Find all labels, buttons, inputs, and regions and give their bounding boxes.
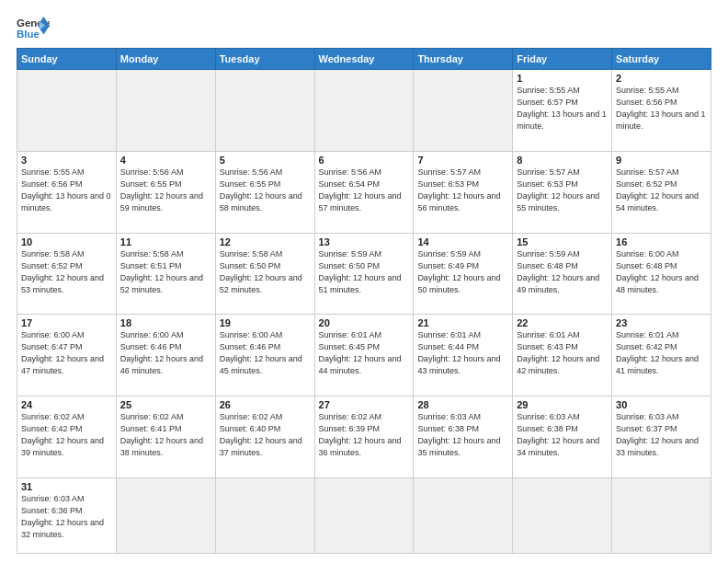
calendar-cell — [116, 477, 215, 553]
day-number: 28 — [417, 399, 508, 410]
calendar-cell: 13Sunrise: 5:59 AM Sunset: 6:50 PM Dayli… — [314, 233, 414, 315]
day-info: Sunrise: 6:00 AM Sunset: 6:46 PM Dayligh… — [120, 329, 211, 377]
calendar-cell: 4Sunrise: 5:56 AM Sunset: 6:55 PM Daylig… — [116, 151, 215, 233]
day-info: Sunrise: 6:01 AM Sunset: 6:42 PM Dayligh… — [616, 329, 707, 377]
day-number: 14 — [417, 236, 508, 247]
day-info: Sunrise: 6:03 AM Sunset: 6:38 PM Dayligh… — [517, 411, 608, 459]
day-number: 4 — [120, 155, 211, 166]
calendar-header-wednesday: Wednesday — [314, 49, 414, 70]
calendar-cell: 18Sunrise: 6:00 AM Sunset: 6:46 PM Dayli… — [116, 315, 215, 396]
day-number: 15 — [517, 236, 608, 247]
calendar-cell: 6Sunrise: 5:56 AM Sunset: 6:54 PM Daylig… — [314, 151, 414, 233]
calendar-cell: 1Sunrise: 5:55 AM Sunset: 6:57 PM Daylig… — [513, 70, 612, 152]
day-info: Sunrise: 5:59 AM Sunset: 6:49 PM Dayligh… — [417, 248, 508, 296]
day-info: Sunrise: 5:55 AM Sunset: 6:56 PM Dayligh… — [21, 167, 112, 214]
day-number: 24 — [21, 399, 112, 410]
calendar-cell: 25Sunrise: 6:02 AM Sunset: 6:41 PM Dayli… — [116, 396, 215, 478]
day-info: Sunrise: 5:57 AM Sunset: 6:53 PM Dayligh… — [517, 167, 608, 214]
day-info: Sunrise: 5:56 AM Sunset: 6:55 PM Dayligh… — [120, 167, 211, 214]
day-number: 7 — [417, 155, 508, 166]
calendar-cell — [116, 70, 215, 152]
calendar-cell — [612, 477, 711, 553]
day-info: Sunrise: 6:00 AM Sunset: 6:47 PM Dayligh… — [21, 329, 112, 377]
day-info: Sunrise: 5:55 AM Sunset: 6:57 PM Dayligh… — [517, 85, 608, 132]
logo: General Blue — [17, 15, 50, 42]
calendar-week-6: 31Sunrise: 6:03 AM Sunset: 6:36 PM Dayli… — [17, 477, 711, 553]
calendar-header-row: SundayMondayTuesdayWednesdayThursdayFrid… — [17, 49, 711, 70]
day-info: Sunrise: 6:02 AM Sunset: 6:39 PM Dayligh… — [319, 411, 410, 459]
calendar-cell: 15Sunrise: 5:59 AM Sunset: 6:48 PM Dayli… — [513, 233, 612, 315]
day-number: 1 — [517, 73, 608, 84]
day-number: 11 — [120, 236, 211, 247]
day-info: Sunrise: 6:02 AM Sunset: 6:40 PM Dayligh… — [220, 411, 311, 459]
calendar-cell: 22Sunrise: 6:01 AM Sunset: 6:43 PM Dayli… — [513, 315, 612, 396]
svg-text:Blue: Blue — [17, 29, 40, 40]
calendar-cell: 29Sunrise: 6:03 AM Sunset: 6:38 PM Dayli… — [513, 396, 612, 478]
page: General Blue SundayMondayTuesdayWednesda… — [0, 0, 728, 563]
day-info: Sunrise: 6:01 AM Sunset: 6:45 PM Dayligh… — [319, 329, 410, 377]
calendar-cell — [513, 477, 612, 553]
day-number: 8 — [517, 155, 608, 166]
calendar-cell — [414, 70, 513, 152]
day-info: Sunrise: 6:03 AM Sunset: 6:38 PM Dayligh… — [417, 411, 508, 459]
calendar-cell: 26Sunrise: 6:02 AM Sunset: 6:40 PM Dayli… — [215, 396, 314, 478]
day-info: Sunrise: 5:56 AM Sunset: 6:54 PM Dayligh… — [319, 167, 410, 214]
calendar-week-1: 1Sunrise: 5:55 AM Sunset: 6:57 PM Daylig… — [17, 70, 711, 152]
day-number: 10 — [21, 236, 112, 247]
calendar-cell: 5Sunrise: 5:56 AM Sunset: 6:55 PM Daylig… — [215, 151, 314, 233]
header: General Blue — [17, 15, 711, 42]
calendar-cell — [215, 477, 314, 553]
day-info: Sunrise: 5:59 AM Sunset: 6:50 PM Dayligh… — [319, 248, 410, 296]
day-info: Sunrise: 6:01 AM Sunset: 6:43 PM Dayligh… — [517, 329, 608, 377]
day-number: 27 — [319, 399, 410, 410]
calendar-cell — [215, 70, 314, 152]
day-info: Sunrise: 5:58 AM Sunset: 6:52 PM Dayligh… — [21, 248, 112, 296]
calendar-cell — [314, 477, 414, 553]
calendar-week-2: 3Sunrise: 5:55 AM Sunset: 6:56 PM Daylig… — [17, 151, 711, 233]
calendar-cell — [414, 477, 513, 553]
day-info: Sunrise: 5:56 AM Sunset: 6:55 PM Dayligh… — [220, 167, 311, 214]
calendar-header-thursday: Thursday — [414, 49, 513, 70]
day-info: Sunrise: 5:57 AM Sunset: 6:53 PM Dayligh… — [417, 167, 508, 214]
day-number: 13 — [319, 236, 410, 247]
calendar-header-saturday: Saturday — [612, 49, 711, 70]
calendar-cell — [314, 70, 414, 152]
day-number: 6 — [319, 155, 410, 166]
calendar-cell: 17Sunrise: 6:00 AM Sunset: 6:47 PM Dayli… — [17, 315, 117, 396]
day-info: Sunrise: 6:02 AM Sunset: 6:41 PM Dayligh… — [120, 411, 211, 459]
calendar-cell: 16Sunrise: 6:00 AM Sunset: 6:48 PM Dayli… — [612, 233, 711, 315]
day-number: 31 — [21, 481, 112, 492]
day-number: 18 — [120, 317, 211, 328]
day-number: 21 — [417, 317, 508, 328]
day-info: Sunrise: 5:58 AM Sunset: 6:51 PM Dayligh… — [120, 248, 211, 296]
calendar-cell: 20Sunrise: 6:01 AM Sunset: 6:45 PM Dayli… — [314, 315, 414, 396]
calendar-cell: 7Sunrise: 5:57 AM Sunset: 6:53 PM Daylig… — [414, 151, 513, 233]
calendar-cell: 28Sunrise: 6:03 AM Sunset: 6:38 PM Dayli… — [414, 396, 513, 478]
calendar-cell: 14Sunrise: 5:59 AM Sunset: 6:49 PM Dayli… — [414, 233, 513, 315]
day-number: 12 — [220, 236, 311, 247]
day-number: 9 — [616, 155, 707, 166]
day-info: Sunrise: 6:01 AM Sunset: 6:44 PM Dayligh… — [417, 329, 508, 377]
day-info: Sunrise: 5:59 AM Sunset: 6:48 PM Dayligh… — [517, 248, 608, 296]
day-number: 30 — [616, 399, 707, 410]
calendar-cell: 11Sunrise: 5:58 AM Sunset: 6:51 PM Dayli… — [116, 233, 215, 315]
calendar-header-sunday: Sunday — [17, 49, 117, 70]
day-number: 5 — [220, 155, 311, 166]
day-number: 17 — [21, 317, 112, 328]
calendar-cell: 10Sunrise: 5:58 AM Sunset: 6:52 PM Dayli… — [17, 233, 117, 315]
calendar-cell: 12Sunrise: 5:58 AM Sunset: 6:50 PM Dayli… — [215, 233, 314, 315]
day-info: Sunrise: 5:58 AM Sunset: 6:50 PM Dayligh… — [220, 248, 311, 296]
day-info: Sunrise: 6:00 AM Sunset: 6:48 PM Dayligh… — [616, 248, 707, 296]
calendar-cell: 3Sunrise: 5:55 AM Sunset: 6:56 PM Daylig… — [17, 151, 117, 233]
day-number: 29 — [517, 399, 608, 410]
day-info: Sunrise: 5:55 AM Sunset: 6:56 PM Dayligh… — [616, 85, 707, 132]
calendar-cell: 9Sunrise: 5:57 AM Sunset: 6:52 PM Daylig… — [612, 151, 711, 233]
day-number: 2 — [616, 73, 707, 84]
calendar-cell: 2Sunrise: 5:55 AM Sunset: 6:56 PM Daylig… — [612, 70, 711, 152]
day-number: 23 — [616, 317, 707, 328]
calendar-cell: 24Sunrise: 6:02 AM Sunset: 6:42 PM Dayli… — [17, 396, 117, 478]
calendar-cell: 30Sunrise: 6:03 AM Sunset: 6:37 PM Dayli… — [612, 396, 711, 478]
calendar-header-friday: Friday — [513, 49, 612, 70]
calendar-cell: 19Sunrise: 6:00 AM Sunset: 6:46 PM Dayli… — [215, 315, 314, 396]
day-info: Sunrise: 6:03 AM Sunset: 6:36 PM Dayligh… — [21, 493, 112, 541]
